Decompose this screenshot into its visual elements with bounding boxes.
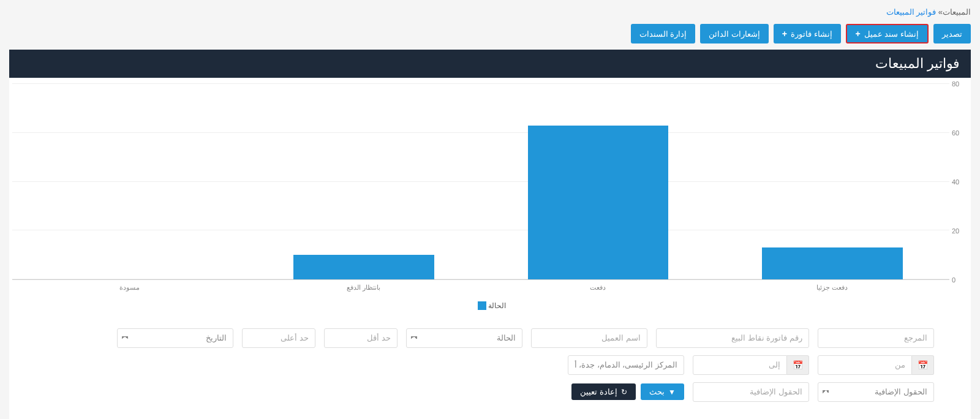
plus-icon: + bbox=[782, 29, 787, 39]
breadcrumb-root: المبيعات» bbox=[938, 7, 971, 17]
legend-swatch bbox=[478, 301, 486, 310]
bar bbox=[528, 126, 669, 279]
bar-slot bbox=[12, 84, 247, 279]
min-input[interactable] bbox=[324, 328, 398, 348]
search-label: بحث bbox=[649, 387, 665, 396]
from-date-input[interactable] bbox=[818, 355, 912, 375]
extra-fields-input[interactable] bbox=[693, 382, 809, 402]
ytick: 40 bbox=[952, 178, 959, 186]
create-invoice-label: إنشاء فاتورة bbox=[791, 29, 832, 39]
panel-title: فواتير المبيعات bbox=[9, 50, 971, 78]
breadcrumb-current[interactable]: فواتير المبيعات bbox=[886, 7, 937, 17]
reset-button[interactable]: ↻ إعادة تعيين bbox=[571, 383, 636, 400]
chart-plot bbox=[12, 84, 949, 280]
bar bbox=[293, 255, 434, 279]
max-input[interactable] bbox=[242, 328, 315, 348]
toolbar: إدارة السندات إشعارات الدائن + إنشاء فات… bbox=[9, 21, 971, 50]
xtick: مسودة bbox=[12, 280, 247, 292]
xtick: دفعت جزئيا bbox=[715, 280, 950, 292]
legend-label: الحالة bbox=[488, 301, 506, 310]
chart-area: 020406080 bbox=[12, 84, 968, 280]
manage-vouchers-button[interactable]: إدارة السندات bbox=[631, 24, 696, 43]
calendar-icon[interactable]: 📅 bbox=[787, 355, 809, 375]
pos-invoice-input[interactable] bbox=[656, 328, 809, 348]
extra-fields-select[interactable]: الحقول الإضافية bbox=[818, 382, 934, 402]
ytick: 60 bbox=[952, 129, 959, 137]
xtick: بانتظار الدفع bbox=[247, 280, 481, 292]
bar-slot bbox=[481, 84, 715, 279]
create-client-voucher-button[interactable]: + إنشاء سند عميل bbox=[846, 24, 929, 43]
create-invoice-button[interactable]: + إنشاء فاتورة bbox=[774, 24, 841, 43]
bar bbox=[762, 247, 903, 279]
chart-legend: الحالة bbox=[12, 292, 968, 314]
ytick: 0 bbox=[952, 276, 956, 284]
credit-notes-label: إشعارات الدائن bbox=[709, 29, 760, 39]
chart-panel: 020406080 مسودةبانتظار الدفعدفعتدفعت جزئ… bbox=[9, 78, 971, 320]
chart-xaxis: مسودةبانتظار الدفعدفعتدفعت جزئيا bbox=[12, 280, 968, 292]
calendar-icon[interactable]: 📅 bbox=[912, 355, 934, 375]
search-button[interactable]: ▼ بحث bbox=[641, 383, 684, 400]
breadcrumb: المبيعات» فواتير المبيعات bbox=[9, 5, 971, 21]
credit-notes-button[interactable]: إشعارات الدائن bbox=[700, 24, 769, 43]
reload-icon: ↻ bbox=[621, 388, 627, 396]
bar-slot bbox=[715, 84, 950, 279]
export-button[interactable]: تصدير bbox=[933, 24, 971, 43]
ytick: 80 bbox=[952, 80, 959, 88]
branches-input[interactable] bbox=[568, 355, 684, 375]
client-name-input[interactable] bbox=[531, 328, 647, 348]
filters-panel: الحالة التاريخ 📅 📅 الحقول الإضافية bbox=[9, 320, 971, 415]
bar-row bbox=[12, 84, 949, 279]
manage-vouchers-label: إدارة السندات bbox=[639, 29, 687, 39]
ytick: 20 bbox=[952, 227, 959, 235]
bar-slot bbox=[247, 84, 481, 279]
reference-input[interactable] bbox=[818, 328, 934, 348]
date-select[interactable]: التاريخ bbox=[117, 328, 233, 348]
funnel-icon: ▼ bbox=[668, 388, 676, 396]
pager: في الصفحة 15 bbox=[9, 415, 971, 419]
to-date-input[interactable] bbox=[693, 355, 787, 375]
export-label: تصدير bbox=[942, 29, 962, 39]
create-client-voucher-label: إنشاء سند عميل bbox=[864, 29, 919, 39]
chart-yaxis: 020406080 bbox=[949, 84, 968, 280]
from-date-group: 📅 bbox=[818, 355, 934, 375]
status-select[interactable]: الحالة bbox=[406, 328, 522, 348]
xtick: دفعت bbox=[481, 280, 715, 292]
to-date-group: 📅 bbox=[693, 355, 809, 375]
reset-label: إعادة تعيين bbox=[580, 387, 617, 396]
plus-icon: + bbox=[856, 29, 861, 39]
